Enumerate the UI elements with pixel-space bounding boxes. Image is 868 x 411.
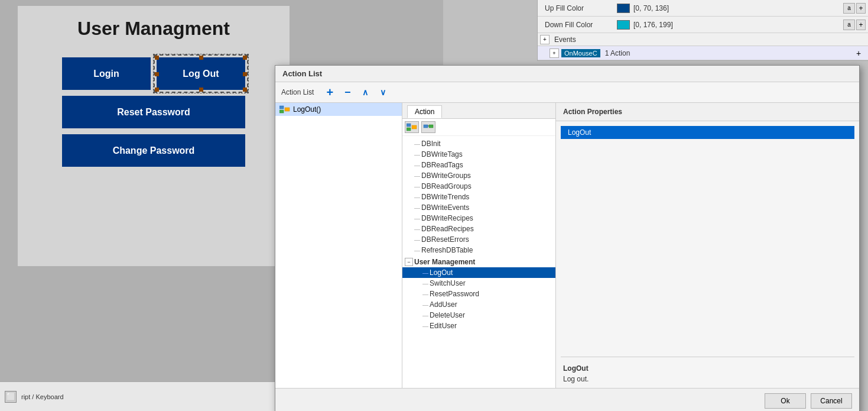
props-spacer (556, 144, 859, 354)
action-properties-panel: Action Properties LogOut LogOut Log out. (556, 103, 859, 388)
up-fill-label: Up Fill Color (540, 4, 617, 12)
tree-item-deleteuser[interactable]: — DeleteUser (402, 310, 555, 321)
svg-rect-3 (407, 124, 411, 127)
up-fill-swatch[interactable] (617, 4, 630, 13)
down-fill-row: Down Fill Color [0, 176, 199] a + (538, 17, 868, 33)
up-fill-plus-button[interactable]: + (856, 3, 866, 14)
properties-panel: Up Fill Color [0, 70, 136] a + Down Fill… (537, 0, 868, 61)
cancel-button[interactable]: Cancel (811, 393, 852, 409)
event-name-badge[interactable]: OnMouseC (561, 49, 600, 57)
dialog-footer: Ok Cancel (275, 388, 859, 411)
handle-tm (199, 56, 203, 60)
reset-password-button[interactable]: Reset Password (62, 96, 245, 128)
tree-content: — DBInit — DBWriteTags — DBReadTags — DB… (402, 136, 555, 388)
props-selected-item: LogOut (561, 126, 854, 139)
tree-item-dbwritegroups[interactable]: — DBWriteGroups (402, 170, 555, 181)
script-keyboard-label: ript / Keyboard (21, 393, 64, 400)
svg-rect-1 (279, 110, 284, 113)
down-fill-swatch[interactable] (617, 20, 630, 30)
action-tab[interactable]: Action (407, 105, 442, 118)
move-down-button[interactable]: ∨ (376, 86, 389, 99)
login-button[interactable]: Login (62, 57, 151, 90)
up-fill-value: [0, 70, 136] (633, 4, 843, 12)
event-add-btn[interactable]: + (856, 48, 866, 58)
tree-toolbar (402, 119, 555, 136)
tree-item-resetpassword[interactable]: — ResetPassword (402, 289, 555, 299)
tree-icon-btn-1[interactable] (405, 121, 419, 133)
tree-item-dbreseterrors[interactable]: — DBResetErrors (402, 234, 555, 245)
events-header: + Events (538, 33, 868, 46)
props-divider (561, 357, 854, 357)
svg-rect-6 (424, 125, 428, 128)
handle-bm (199, 88, 203, 92)
handle-lm (155, 72, 159, 76)
page-title: User Managment (77, 18, 230, 40)
event-value: 1 Action (605, 49, 856, 57)
svg-rect-7 (429, 125, 433, 128)
action-list-panel: LogOut() (275, 103, 402, 388)
change-password-button[interactable]: Change Password (62, 134, 245, 167)
props-desc-text: Log out. (563, 375, 589, 383)
dialog-body: LogOut() Action (275, 103, 859, 388)
canvas-content: User Managment Login Log Out Reset Passw… (18, 6, 290, 266)
action-list-toolbar-label: Action List (281, 88, 314, 96)
action-tree-panel: Action (402, 103, 556, 388)
down-fill-value: [0, 176, 199] (633, 21, 843, 29)
svg-rect-0 (279, 106, 284, 109)
tree-item-dbinit[interactable]: — DBInit (402, 138, 555, 149)
tree-icon-btn-2[interactable] (421, 121, 435, 133)
usermgmt-expand[interactable]: − (405, 258, 413, 266)
svg-rect-4 (407, 128, 411, 131)
action-item-label: LogOut() (293, 105, 321, 114)
ok-button[interactable]: Ok (765, 393, 806, 409)
action-tab-bar: Action (402, 103, 555, 119)
down-fill-a-button[interactable]: a (843, 20, 855, 30)
action-item-logout[interactable]: LogOut() (275, 103, 402, 116)
svg-rect-2 (285, 108, 290, 111)
copy-icon[interactable]: ⬜ (5, 391, 17, 403)
events-expand[interactable]: + (540, 35, 550, 44)
tree-item-usermgmt[interactable]: − User Management (402, 257, 555, 267)
tree-item-refreshdbtable[interactable]: — RefreshDBTable (402, 245, 555, 255)
tree-item-dbreadtags[interactable]: — DBReadTags (402, 160, 555, 170)
handle-tr (243, 56, 247, 60)
tree-item-dbwritetags[interactable]: — DBWriteTags (402, 149, 555, 160)
props-desc-title: LogOut (563, 364, 852, 373)
tree-item-edituser[interactable]: — EditUser (402, 321, 555, 331)
svg-rect-5 (412, 125, 417, 129)
tree-item-dbreadgroups[interactable]: — DBReadGroups (402, 181, 555, 192)
tree-item-dbwriteevents[interactable]: — DBWriteEvents (402, 202, 555, 213)
dialog-titlebar: Action List (275, 66, 859, 82)
add-action-button[interactable]: + (323, 86, 336, 99)
tree-item-logout[interactable]: — LogOut (402, 267, 555, 278)
button-row-1: Login Log Out (62, 57, 245, 90)
action-item-icon (279, 105, 291, 114)
action-list-dialog: Action List Action List + − ∧ ∨ LogOut() (275, 65, 860, 411)
down-fill-label: Down Fill Color (540, 21, 617, 29)
event-row: + OnMouseC 1 Action + (538, 46, 868, 60)
tree-item-adduser[interactable]: — AddUser (402, 299, 555, 310)
props-description: LogOut Log out. (556, 360, 859, 388)
logout-wrapper: Log Out (157, 57, 245, 90)
tree-item-dbwriterecipes[interactable]: — DBWriteRecipes (402, 213, 555, 224)
logout-button[interactable]: Log Out (157, 57, 245, 90)
handle-br (243, 88, 247, 92)
dialog-title: Action List (282, 69, 322, 78)
events-label: Events (554, 35, 576, 44)
tree-item-switchuser[interactable]: — SwitchUser (402, 278, 555, 289)
tree-item-dbwritetrends[interactable]: — DBWriteTrends (402, 192, 555, 202)
up-fill-a-button[interactable]: a (843, 3, 855, 14)
event-expand-btn[interactable]: + (550, 48, 559, 58)
down-fill-plus-button[interactable]: + (856, 20, 866, 30)
handle-tl (155, 56, 159, 60)
up-fill-row: Up Fill Color [0, 70, 136] a + (538, 0, 868, 17)
move-up-button[interactable]: ∧ (359, 86, 372, 99)
tree-item-dbreadrecipes[interactable]: — DBReadRecipes (402, 224, 555, 234)
props-panel-header: Action Properties (556, 103, 859, 121)
action-gear-icon (279, 105, 290, 114)
dialog-toolbar: Action List + − ∧ ∨ (275, 82, 859, 103)
handle-bl (155, 88, 159, 92)
handle-rm (243, 72, 247, 76)
remove-action-button[interactable]: − (341, 86, 354, 99)
